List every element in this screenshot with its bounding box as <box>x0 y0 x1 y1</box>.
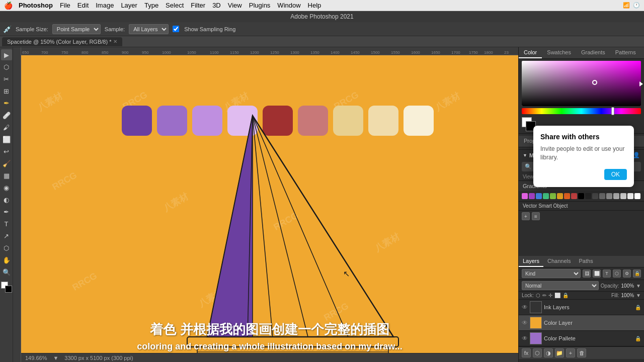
library-share-icon[interactable]: 👤 <box>633 152 640 158</box>
hue-slider[interactable] <box>522 108 641 114</box>
sample-select[interactable]: All Layers <box>129 24 169 34</box>
layer-visibility-color[interactable]: 👁 <box>522 319 528 326</box>
layer-row-palette[interactable]: 👁 Color Pallete 🔒 <box>519 331 644 346</box>
tab-gradients[interactable]: Gradients <box>576 47 610 58</box>
layer-row-ink[interactable]: 👁 Ink Layers 🔒 <box>519 300 644 315</box>
layer-group-btn[interactable]: 📁 <box>555 348 564 357</box>
tab-swatches[interactable]: Swatches <box>542 47 576 58</box>
apple-menu[interactable]: 🍎 <box>4 2 13 10</box>
menu-select[interactable]: Select <box>166 2 184 9</box>
vector-smart-object-label: Vector Smart Object <box>519 201 644 210</box>
color-panel-tabs: Color Swatches Gradients Patterns <box>519 47 644 59</box>
bg-color-swatch[interactable] <box>5 286 12 293</box>
menu-help[interactable]: Help <box>308 2 321 9</box>
sample-size-select[interactable]: Point Sample <box>52 24 101 34</box>
lock-label: Lock: <box>522 293 534 298</box>
lock-row: Lock: ⬡ ✏ ✛ ⬜ 🔒 Fill: 100% ▼ <box>519 292 644 300</box>
opacity-label: Opacity: <box>601 283 619 289</box>
tab-color[interactable]: Color <box>519 47 542 58</box>
history-brush-tool[interactable]: ↩ <box>1 146 12 157</box>
blend-mode-select[interactable]: Normal <box>522 281 599 290</box>
menu-image[interactable]: Image <box>96 2 114 9</box>
menu-photoshop[interactable]: Photoshop <box>19 2 53 9</box>
eraser-tool[interactable]: 🧹 <box>1 158 12 169</box>
layer-icon-btn-2[interactable]: ⬜ <box>593 269 601 278</box>
layer-new-btn[interactable]: + <box>566 348 575 357</box>
layer-icon-btn-3[interactable]: T <box>603 269 611 278</box>
shape-tool[interactable]: ⬡ <box>1 242 12 253</box>
brush-tool[interactable]: 🖌 <box>1 122 12 133</box>
tab-paths[interactable]: Paths <box>575 256 597 267</box>
lock-position-icon[interactable]: ✛ <box>548 293 552 298</box>
menu-edit[interactable]: Edit <box>77 2 89 9</box>
selection-tool[interactable]: ⬡ <box>1 61 12 72</box>
tab-patterns[interactable]: Patterns <box>610 47 641 58</box>
menu-file[interactable]: File <box>60 2 70 9</box>
hand-tool[interactable]: ✋ <box>1 254 12 265</box>
library-actions: + ≡ <box>519 210 644 222</box>
canvas-tab[interactable]: Spacetide @ 150% (Color Layer, RGB/8) * … <box>2 37 122 46</box>
mini-swatch-4 <box>543 193 549 199</box>
mini-swatch-dk2 <box>592 193 598 199</box>
layers-kind-row: Kind 🖼 ⬜ T ⬡ ⚙ 🔒 <box>519 267 644 280</box>
layer-name-ink: Ink Layers <box>544 304 633 310</box>
layer-icon-btn-4[interactable]: ⬡ <box>613 269 621 278</box>
gradient-tool[interactable]: ▦ <box>1 170 12 181</box>
layer-adj-btn[interactable]: ◑ <box>544 348 553 357</box>
mini-swatch-2 <box>529 193 535 199</box>
crop-tool[interactable]: ⊞ <box>1 85 12 97</box>
path-select-tool[interactable]: ↗ <box>1 230 12 241</box>
layers-kind-select[interactable]: Kind <box>522 269 581 278</box>
menu-layer[interactable]: Layer <box>121 2 137 9</box>
lock-all-icon[interactable]: 🔒 <box>562 293 569 298</box>
library-menu-btn[interactable]: ≡ <box>532 212 540 220</box>
opacity-arrow[interactable]: ▼ <box>636 283 641 289</box>
menu-view[interactable]: View <box>228 2 242 9</box>
fill-row: Fill: 100% ▼ <box>611 293 641 298</box>
svg-line-5 <box>253 116 348 337</box>
menu-window[interactable]: Window <box>277 2 300 9</box>
heal-tool[interactable]: 🩹 <box>1 110 12 121</box>
illustration: ↖ <box>97 106 474 357</box>
blur-tool[interactable]: ◉ <box>1 182 12 193</box>
menu-filter[interactable]: Filter <box>191 2 205 9</box>
right-panels: Color Swatches Gradients Patterns <box>518 47 644 362</box>
mini-color-swatches <box>519 191 644 201</box>
move-tool[interactable]: ▶ <box>1 49 12 60</box>
mini-swatch-dk4 <box>606 193 612 199</box>
layer-mask-btn[interactable]: ⬡ <box>533 348 542 357</box>
layer-row-color[interactable]: 👁 Color Layer <box>519 315 644 331</box>
library-add-btn[interactable]: + <box>522 212 530 220</box>
tab-channels[interactable]: Channels <box>543 256 575 267</box>
hue-slider-handle[interactable] <box>611 107 614 115</box>
layer-visibility-ink[interactable]: 👁 <box>522 304 528 311</box>
statusbar: 149.66% ▼ 3300 px x 5100 px (300 ppi) <box>21 353 518 362</box>
share-ok-button[interactable]: OK <box>604 169 627 180</box>
dodge-tool[interactable]: ◐ <box>1 194 12 205</box>
layer-delete-btn[interactable]: 🗑 <box>577 348 586 357</box>
lasso-tool[interactable]: ✂ <box>1 73 12 84</box>
menu-3d[interactable]: 3D <box>212 2 221 9</box>
layer-icon-btn-5[interactable]: ⚙ <box>623 269 631 278</box>
menu-type[interactable]: Type <box>144 2 158 9</box>
show-sampling-ring-checkbox[interactable] <box>173 26 179 32</box>
text-tool[interactable]: T <box>1 218 12 229</box>
layer-icon-btn-1[interactable]: 🖼 <box>583 269 591 278</box>
color-picker-handle[interactable] <box>592 80 597 85</box>
layer-fx-btn[interactable]: fx <box>522 348 531 357</box>
layer-visibility-palette[interactable]: 👁 <box>522 335 528 342</box>
eyedropper-tool[interactable]: ✒ <box>1 98 12 109</box>
color-saturation-field[interactable] <box>522 61 641 106</box>
pen-tool[interactable]: ✒ <box>1 206 12 217</box>
eyedropper-icon: 💉 <box>3 25 12 33</box>
menu-plugins[interactable]: Plugins <box>249 2 271 9</box>
stamp-tool[interactable]: ⬜ <box>1 134 12 145</box>
zoom-tool[interactable]: 🔍 <box>1 266 12 278</box>
layer-icon-btn-6[interactable]: 🔒 <box>633 269 641 278</box>
lock-image-icon[interactable]: ✏ <box>542 293 546 298</box>
lock-transparent-icon[interactable]: ⬡ <box>536 293 540 298</box>
tab-layers[interactable]: Layers <box>519 256 543 267</box>
fill-arrow[interactable]: ▼ <box>636 293 641 298</box>
tab-close-icon[interactable]: ✕ <box>113 39 117 44</box>
lock-artboard-icon[interactable]: ⬜ <box>554 293 560 298</box>
